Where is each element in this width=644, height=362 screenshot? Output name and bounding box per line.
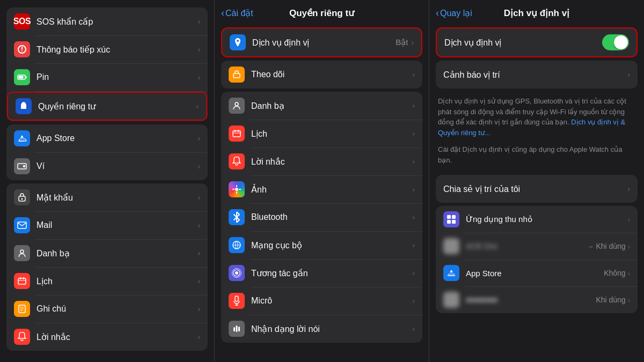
svg-rect-24 <box>233 131 240 137</box>
ghi-chu-label: Ghi chú <box>36 304 197 314</box>
svg-rect-41 <box>233 327 235 331</box>
sidebar-item-pin[interactable]: Pin › <box>6 63 208 91</box>
chevron-icon: › <box>197 249 200 257</box>
middle-item-tuong-tac-gan[interactable]: Tương tác gần › <box>221 259 422 287</box>
contacts-icon <box>14 245 30 261</box>
app-item-ung-dung-thu-nho[interactable]: Ứng dụng thu nhỏ › <box>436 206 638 233</box>
chevron-icon: › <box>197 305 200 313</box>
password-icon <box>14 189 30 205</box>
app-item-acb-one[interactable]: ACB One → Khi dùng › <box>436 233 638 260</box>
middle-item-dich-vu-dinh-vi[interactable]: Dịch vụ định vị Bật › <box>222 28 421 56</box>
back-chevron2-icon: ‹ <box>436 8 439 19</box>
right-panel: ‹ Quay lại Dịch vụ định vị Dịch vụ định … <box>429 0 644 362</box>
acb-name: ACB One <box>466 242 587 250</box>
app-store-icon <box>14 130 30 146</box>
sidebar-item-mail[interactable]: Mail › <box>6 211 208 239</box>
back-chevron-icon: ‹ <box>221 8 224 19</box>
sidebar-item-loi-nhac[interactable]: Lời nhắc › <box>6 323 208 351</box>
danh-ba-label: Danh bạ <box>36 248 197 258</box>
left-scroll[interactable]: SOS SOS khẩn cấp › Thông báo tiếp xúc › <box>0 0 214 362</box>
middle-item-lich[interactable]: Lịch › <box>221 120 422 147</box>
middle-item-loi-nhac[interactable]: Lời nhắc › <box>221 147 422 175</box>
blurred-app-status: Khi dùng <box>596 295 625 304</box>
local-network-icon <box>229 237 245 253</box>
svg-rect-5 <box>26 76 27 78</box>
middle-item-micro[interactable]: Micrô › <box>221 287 422 315</box>
sidebar-item-vi[interactable]: Ví › <box>6 152 208 180</box>
middle-theo-doi-group: Theo dõi › <box>221 61 422 88</box>
svg-point-10 <box>21 198 23 200</box>
danh-ba2-label: Danh bạ <box>251 101 412 111</box>
middle-item-nhan-dang-loi-noi[interactable]: Nhận dạng lời nói › <box>221 315 422 343</box>
right-header: ‹ Quay lại Dịch vụ định vị <box>429 0 644 24</box>
middle-scroll[interactable]: Dịch vụ định vị Bật › Theo dõi › <box>215 24 429 362</box>
chevron-icon: › <box>412 241 415 249</box>
middle-item-anh[interactable]: Ảnh › <box>221 175 422 203</box>
reminders-icon <box>14 329 30 345</box>
middle-back-button[interactable]: ‹ Cài đặt <box>221 8 253 19</box>
vi-label: Ví <box>36 161 197 171</box>
dich-vu-dinh-vi-label: Dịch vụ định vị <box>252 38 396 48</box>
middle-item-danh-ba[interactable]: Danh bạ › <box>221 92 422 120</box>
svg-point-35 <box>235 271 238 275</box>
middle-item-theo-doi[interactable]: Theo dõi › <box>221 61 422 88</box>
right-back-label: Quay lại <box>440 8 472 18</box>
middle-item-bluetooth[interactable]: Bluetooth › <box>221 203 422 231</box>
right-scroll[interactable]: Dịch vụ định vị Cảnh báo vị trí › Dịch v… <box>429 24 644 362</box>
sidebar-item-mat-khau[interactable]: Mật khẩu › <box>6 183 208 211</box>
right-description2: Cài đặt Dịch vụ định vị cũng áp dụng cho… <box>429 144 644 172</box>
anh-label: Ảnh <box>251 184 412 195</box>
right-chia-se-group: Chia sẻ vị trí của tôi › <box>436 175 638 203</box>
svg-point-21 <box>237 40 239 42</box>
chevron-icon: › <box>412 157 415 166</box>
location-toggle[interactable] <box>602 34 629 50</box>
right-location-toggle-item[interactable]: Dịch vụ định vị <box>437 28 636 56</box>
sos-label: SOS khẩn cấp <box>36 17 197 27</box>
svg-rect-44 <box>447 215 451 219</box>
chevron-icon: › <box>627 70 630 79</box>
chevron-icon: › <box>197 193 200 202</box>
svg-rect-42 <box>236 326 238 332</box>
chevron-icon: › <box>197 17 200 26</box>
right-back-button[interactable]: ‹ Quay lại <box>436 8 472 19</box>
svg-rect-38 <box>235 296 238 301</box>
theo-doi-icon <box>229 67 245 83</box>
bluetooth-label: Bluetooth <box>251 212 412 222</box>
app-store-right-name: App Store <box>466 269 604 278</box>
chevron-icon: › <box>197 45 200 54</box>
chevron-icon: › <box>412 101 415 110</box>
sidebar-item-app-store[interactable]: App Store › <box>6 124 208 152</box>
svg-rect-43 <box>238 327 240 331</box>
loi-nhac2-label: Lời nhắc <box>251 157 412 167</box>
right-description: Dịch vụ định vị sử dụng GPS, Bluetooth v… <box>429 92 644 144</box>
right-canh-bao-item[interactable]: Cảnh báo vị trí › <box>436 61 638 88</box>
sidebar-item-danh-ba[interactable]: Danh bạ › <box>6 239 208 267</box>
chevron-icon: › <box>197 73 200 82</box>
chevron-icon: › <box>628 269 630 277</box>
app-store-status: Không <box>604 269 625 277</box>
pin-label: Pin <box>36 72 197 82</box>
sidebar-item-lich[interactable]: Lịch › <box>6 267 208 295</box>
app-store-label: App Store <box>36 134 197 143</box>
middle-main-group: Danh bạ › Lịch › <box>221 92 422 343</box>
privacy-icon <box>16 98 32 114</box>
left-group-1: SOS SOS khẩn cấp › Thông báo tiếp xúc › <box>6 8 208 121</box>
sidebar-item-ghi-chu[interactable]: Ghi chú › <box>6 295 208 323</box>
right-canh-bao-group: Cảnh báo vị trí › <box>436 61 638 88</box>
chevron-icon: › <box>412 269 415 277</box>
left-panel: SOS SOS khẩn cấp › Thông báo tiếp xúc › <box>0 0 215 362</box>
contact-exposure-icon <box>14 41 30 57</box>
svg-point-12 <box>20 250 24 253</box>
sidebar-item-contact-exposure[interactable]: Thông báo tiếp xúc › <box>6 35 208 63</box>
right-toggle-group: Dịch vụ định vị <box>436 27 638 57</box>
app-item-blurred[interactable]: ■■■■■■■ Khi dùng › <box>436 286 638 313</box>
location-used-icon: → <box>587 242 594 250</box>
middle-item-mang-cuc-bo[interactable]: Mạng cục bộ › <box>221 231 422 259</box>
sidebar-item-sos[interactable]: SOS SOS khẩn cấp › <box>6 8 208 35</box>
mat-khau-label: Mật khẩu <box>36 193 197 203</box>
sidebar-item-quyen-rieng-tu[interactable]: Quyền riêng tư › <box>7 92 207 121</box>
app-item-app-store[interactable]: App Store Không › <box>436 260 638 286</box>
right-chia-se-item[interactable]: Chia sẻ vị trí của tôi › <box>436 175 638 203</box>
chevron-icon: › <box>412 185 415 194</box>
mail-icon <box>14 217 30 233</box>
